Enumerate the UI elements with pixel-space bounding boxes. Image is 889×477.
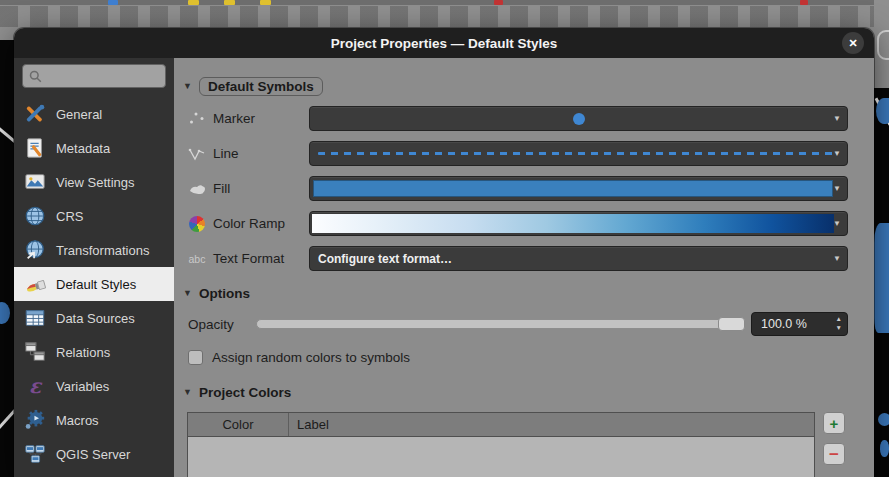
default-line-dropdown[interactable]: ▼ [309, 141, 848, 166]
background-icon [108, 0, 118, 5]
color-ramp-row: Color Ramp ▼ [181, 211, 848, 236]
settings-sidebar: General Metadata [14, 58, 174, 477]
dropdown-arrow-icon: ▼ [833, 149, 841, 158]
sidebar-item-label: Variables [56, 379, 109, 394]
search-input[interactable] [47, 68, 159, 84]
relations-icon [23, 340, 47, 364]
column-header-color[interactable]: Color [188, 413, 289, 436]
search-icon [29, 70, 42, 83]
marker-icon [186, 110, 208, 128]
sidebar-item-qgis-server[interactable]: QGIS Server [14, 437, 174, 471]
sidebar-item-view-settings[interactable]: View Settings [14, 165, 174, 199]
sidebar-item-general[interactable]: General [14, 97, 174, 131]
sidebar-item-data-sources[interactable]: Data Sources [14, 301, 174, 335]
add-color-button[interactable]: + [823, 412, 845, 434]
opacity-value: 100.0 % [761, 317, 807, 331]
plus-icon: + [830, 416, 839, 431]
dropdown-arrow-icon: ▼ [833, 254, 841, 263]
opacity-row: Opacity 100.0 % ▲ ▼ [181, 312, 848, 336]
opacity-slider[interactable] [256, 317, 745, 331]
project-colors-table[interactable]: Color Label [187, 412, 815, 477]
sidebar-item-label: Transformations [56, 243, 149, 258]
project-properties-dialog: Project Properties — Default Styles ✕ [14, 28, 874, 477]
gear-play-icon [23, 408, 47, 432]
sidebar-item-metadata[interactable]: Metadata [14, 131, 174, 165]
collapse-arrow-icon[interactable]: ▼ [181, 387, 194, 397]
text-format-label: Text Format [208, 251, 309, 266]
default-symbols-header[interactable]: ▼ Default Symbols [181, 76, 848, 96]
dropdown-arrow-icon: ▼ [833, 114, 841, 123]
line-icon [186, 145, 208, 163]
opacity-spinbox[interactable]: 100.0 % ▲ ▼ [751, 312, 848, 336]
text-format-value: Configure text format… [310, 252, 452, 266]
opacity-slider-track[interactable] [256, 319, 745, 329]
dialog-titlebar[interactable]: Project Properties — Default Styles ✕ [14, 28, 874, 58]
section-title-default-symbols[interactable]: Default Symbols [199, 77, 323, 96]
background-icon [260, 0, 271, 5]
sidebar-item-label: QGIS Server [56, 447, 130, 462]
sidebar-searchbox[interactable] [22, 64, 166, 88]
background-icon [188, 0, 199, 5]
line-symbol-preview [318, 152, 833, 155]
fill-symbol-preview [313, 180, 833, 197]
sidebar-item-macros[interactable]: Macros [14, 403, 174, 437]
fill-label: Fill [208, 181, 309, 196]
default-text-format-dropdown[interactable]: Configure text format… ▼ [309, 246, 848, 271]
marker-label: Marker [208, 111, 309, 126]
random-colors-row: Assign random colors to symbols [188, 349, 848, 365]
random-colors-label: Assign random colors to symbols [212, 350, 410, 365]
color-ramp-label: Color Ramp [208, 216, 309, 231]
collapse-arrow-icon[interactable]: ▼ [181, 288, 194, 298]
background-icon [224, 0, 235, 5]
marker-symbol-preview [573, 113, 585, 125]
sidebar-item-label: View Settings [56, 175, 135, 190]
default-color-ramp-dropdown[interactable]: ▼ [309, 211, 848, 236]
server-network-icon [23, 442, 47, 466]
background-locator-outline [877, 30, 889, 60]
background-map-canvas-right [874, 88, 889, 477]
text-format-icon: abc [186, 253, 208, 265]
sidebar-item-relations[interactable]: Relations [14, 335, 174, 369]
remove-color-button[interactable]: − [823, 443, 845, 465]
default-fill-dropdown[interactable]: ▼ [309, 176, 848, 201]
sidebar-item-label: Data Sources [56, 311, 135, 326]
close-button[interactable]: ✕ [842, 32, 864, 54]
background-right-edge [874, 0, 889, 477]
dropdown-arrow-icon: ▼ [833, 184, 841, 193]
sidebar-item-crs[interactable]: CRS [14, 199, 174, 233]
sidebar-item-default-styles[interactable]: Default Styles [14, 267, 174, 301]
line-row: Line ▼ [181, 141, 848, 166]
random-colors-checkbox[interactable] [188, 350, 203, 365]
options-header[interactable]: ▼ Options [181, 283, 848, 303]
opacity-slider-handle[interactable] [718, 317, 745, 331]
fill-icon [186, 180, 208, 198]
project-colors-header[interactable]: ▼ Project Colors [181, 382, 848, 402]
sidebar-item-label: Metadata [56, 141, 110, 156]
epsilon-icon: ε [23, 374, 47, 398]
tools-icon [23, 102, 47, 126]
default-styles-panel: ▼ Default Symbols Marker ▼ [174, 58, 874, 477]
spinbox-down-icon[interactable]: ▼ [836, 325, 842, 332]
section-title-project-colors[interactable]: Project Colors [199, 385, 291, 400]
color-ramp-preview [312, 214, 834, 233]
background-icon [800, 0, 808, 5]
table-icon [23, 306, 47, 330]
spinbox-up-icon[interactable]: ▲ [836, 316, 842, 323]
section-title-options[interactable]: Options [199, 286, 250, 301]
paintbrush-icon [23, 272, 47, 296]
collapse-arrow-icon[interactable]: ▼ [181, 81, 194, 91]
globe-transform-icon [23, 238, 47, 262]
metadata-document-icon [23, 136, 47, 160]
sidebar-item-variables[interactable]: ε Variables [14, 369, 174, 403]
project-colors-table-header: Color Label [188, 413, 814, 437]
column-header-label[interactable]: Label [289, 417, 329, 432]
close-icon: ✕ [848, 37, 857, 50]
sidebar-item-partial[interactable] [14, 471, 174, 477]
globe-icon [23, 204, 47, 228]
sidebar-item-transformations[interactable]: Transformations [14, 233, 174, 267]
sidebar-item-label: General [56, 107, 102, 122]
default-marker-dropdown[interactable]: ▼ [309, 106, 848, 131]
background-icon [494, 0, 503, 5]
minus-icon: − [829, 446, 839, 463]
sidebar-item-label: Relations [56, 345, 110, 360]
